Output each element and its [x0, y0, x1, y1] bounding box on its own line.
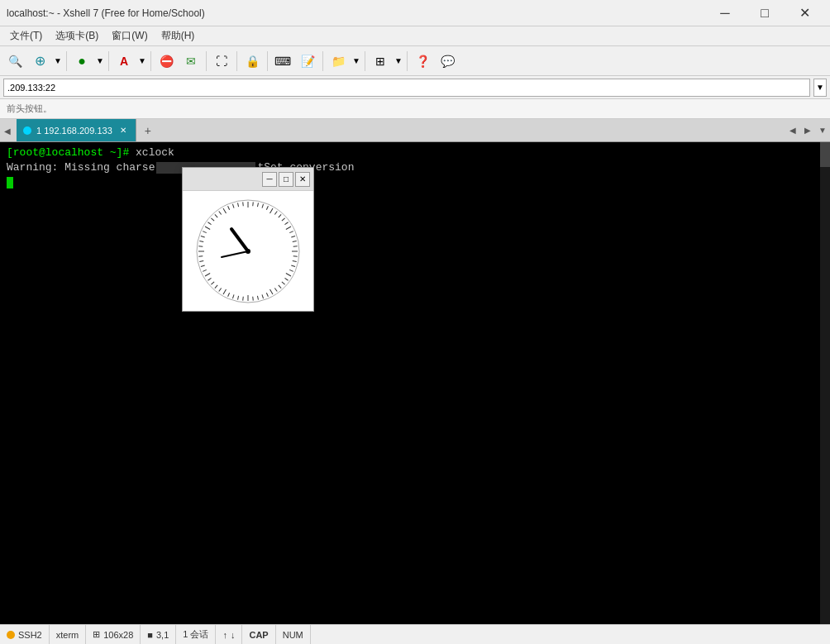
terminal-prompt: [root@localhost ~]# — [7, 146, 136, 159]
toolbar-sep-3 — [150, 51, 151, 71]
status-size-label: 106x28 — [103, 630, 133, 640]
svg-line-47 — [198, 246, 203, 246]
toolbar-script-btn[interactable]: 📝 — [296, 50, 319, 73]
status-xterm-label: xterm — [56, 630, 79, 640]
menu-bar: 文件(T) 选项卡(B) 窗口(W) 帮助(H) — [0, 26, 830, 46]
terminal-scrollbar-thumb[interactable] — [820, 142, 830, 167]
xclock-maximize-btn[interactable]: □ — [279, 172, 293, 187]
status-ssh2-label: SSH2 — [18, 630, 42, 640]
svg-line-60 — [243, 202, 244, 206]
svg-line-2 — [253, 202, 254, 206]
status-xterm: xterm — [50, 625, 87, 644]
close-button[interactable]: ✕ — [785, 0, 823, 26]
info-text: 前头按钮。 — [7, 103, 52, 115]
toolbar: 🔍 ⊕ ▼ ● ▼ A ▼ ⛔ ✉ ⛶ 🔒 ⌨ 📝 📁 ▼ ⊞ ▼ ❓ 💬 — [0, 46, 830, 76]
status-pos: ■ 3,1 — [141, 625, 176, 644]
terminal-container[interactable]: [root@localhost ~]# xclock Warning: Miss… — [0, 142, 830, 624]
toolbar-connect-arrow[interactable]: ▼ — [53, 50, 63, 73]
menu-tabs[interactable]: 选项卡(B) — [49, 27, 105, 45]
svg-line-15 — [293, 246, 298, 246]
xclock-minimize-btn[interactable]: ─ — [262, 172, 277, 187]
status-cap: CAP — [242, 625, 275, 644]
toolbar-sep-2 — [108, 51, 109, 71]
xclock-svg — [194, 198, 302, 305]
tab-new-btn[interactable]: + — [136, 119, 160, 142]
toolbar-sep-8 — [365, 51, 365, 71]
toolbar-sep-5 — [236, 51, 237, 71]
title-text: localhost:~ - Xshell 7 (Free for Home/Sc… — [7, 7, 205, 19]
terminal-line-3 — [7, 175, 823, 190]
tab-nav-next[interactable]: ▶ — [800, 119, 815, 142]
menu-window[interactable]: 窗口(W) — [105, 27, 154, 45]
tab-status-dot — [23, 126, 31, 135]
toolbar-green-btn[interactable]: ● — [70, 50, 93, 73]
maximize-button[interactable]: □ — [746, 0, 784, 26]
minimize-button[interactable]: ─ — [706, 0, 744, 26]
xclock-titlebar: ─ □ ✕ — [183, 168, 313, 191]
status-ssh2-dot — [7, 631, 15, 639]
svg-line-32 — [243, 296, 244, 300]
toolbar-fullscreen-btn[interactable]: ⛶ — [210, 50, 233, 73]
toolbar-chat-btn[interactable]: 💬 — [436, 50, 459, 73]
title-bar-left: localhost:~ - Xshell 7 (Free for Home/Sc… — [7, 7, 205, 19]
tab-nav-dropdown[interactable]: ▼ — [815, 119, 830, 142]
svg-line-45 — [198, 255, 203, 256]
toolbar-compose-btn[interactable]: ✉ — [179, 50, 203, 73]
toolbar-sep-9 — [407, 51, 408, 71]
svg-point-61 — [246, 249, 250, 254]
toolbar-grid-arrow[interactable]: ▼ — [394, 50, 403, 73]
status-arrow-down-icon: ↓ — [231, 630, 236, 640]
status-pos-label: 3,1 — [156, 630, 169, 640]
tab-bar: ◀ 1 192.168.209.133 ✕ + ◀ ▶ ▼ — [0, 119, 830, 142]
toolbar-grid-btn[interactable]: ⊞ — [369, 50, 392, 73]
terminal-content: [root@localhost ~]# xclock Warning: Miss… — [0, 142, 830, 194]
tab-nav-prev[interactable]: ◀ — [785, 119, 800, 142]
toolbar-search-btn[interactable]: 🔍 — [3, 50, 26, 73]
tab-close-btn[interactable]: ✕ — [117, 125, 129, 136]
status-bar: SSH2 xterm ⊞ 106x28 ■ 3,1 1 会话 ↑ ↓ CAP N… — [0, 624, 830, 644]
toolbar-connect-btn[interactable]: ⊕ — [28, 50, 51, 73]
toolbar-orange-btn[interactable]: 📁 — [327, 50, 350, 73]
status-size: ⊞ 106x28 — [86, 625, 141, 644]
toolbar-sep-4 — [206, 51, 207, 71]
terminal-cursor — [7, 177, 13, 188]
xclock-window: ─ □ ✕ — [182, 167, 314, 312]
address-input[interactable] — [3, 79, 810, 97]
tab-scroll-left[interactable]: ◀ — [0, 119, 15, 142]
toolbar-orange-arrow[interactable]: ▼ — [351, 50, 361, 73]
status-arrow-up-icon: ↑ — [222, 630, 227, 640]
status-sessions: 1 会话 — [176, 625, 216, 644]
status-num: NUM — [276, 625, 311, 644]
toolbar-sep-6 — [267, 51, 268, 71]
status-ssh2: SSH2 — [0, 625, 50, 644]
tab-label: 1 192.168.209.133 — [36, 126, 112, 136]
toolbar-font-arrow[interactable]: ▼ — [137, 50, 147, 73]
toolbar-help-btn[interactable]: ❓ — [411, 50, 434, 73]
toolbar-keyboard-btn[interactable]: ⌨ — [271, 50, 294, 73]
address-bar: ▼ — [0, 76, 830, 99]
toolbar-stop-btn[interactable]: ⛔ — [155, 50, 178, 73]
menu-help[interactable]: 帮助(H) — [155, 27, 202, 45]
status-cap-label: CAP — [249, 630, 268, 640]
menu-file[interactable]: 文件(T) — [3, 27, 49, 45]
xclock-face — [183, 191, 313, 311]
status-pos-icon: ■ — [147, 630, 153, 640]
toolbar-green-arrow[interactable]: ▼ — [95, 50, 105, 73]
toolbar-font-btn[interactable]: A — [112, 50, 136, 73]
xclock-close-btn[interactable]: ✕ — [295, 172, 310, 187]
status-size-icon: ⊞ — [93, 629, 100, 640]
tab-nav-right: ◀ ▶ ▼ — [785, 119, 830, 141]
svg-line-17 — [293, 255, 298, 256]
status-arrows: ↑ ↓ — [216, 625, 242, 644]
address-dropdown[interactable]: ▼ — [813, 79, 827, 97]
title-bar: localhost:~ - Xshell 7 (Free for Home/Sc… — [0, 0, 830, 26]
info-bar: 前头按钮。 — [0, 99, 830, 119]
tab-active[interactable]: 1 192.168.209.133 ✕ — [17, 119, 136, 141]
svg-line-30 — [253, 296, 254, 300]
toolbar-lock-btn[interactable]: 🔒 — [241, 50, 264, 73]
toolbar-sep-7 — [322, 51, 323, 71]
title-controls: ─ □ ✕ — [706, 0, 823, 26]
terminal-scrollbar[interactable] — [820, 142, 830, 624]
toolbar-sep-1 — [66, 51, 67, 71]
status-num-label: NUM — [283, 630, 303, 640]
